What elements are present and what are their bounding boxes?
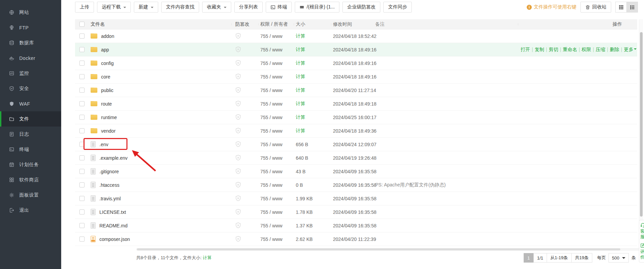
row-checkbox[interactable] [79, 155, 85, 160]
sidebar-item-database[interactable]: 数据库 [0, 35, 61, 50]
horizontal-scrollbar-thumb[interactable] [137, 248, 620, 250]
sidebar-item-terminal[interactable]: 终端 [0, 142, 61, 157]
upload-button[interactable]: 上传 [75, 2, 94, 13]
favorites-button[interactable]: 收藏夹 [202, 2, 231, 13]
tamper-shield-icon[interactable] [235, 73, 241, 80]
vertical-scrollbar-thumb[interactable] [640, 32, 643, 217]
tamper-shield-icon[interactable] [235, 100, 241, 107]
row-checkbox[interactable] [79, 33, 85, 39]
sidebar-item-logs[interactable]: 日志 [0, 127, 61, 142]
page-number-button[interactable]: 1 [524, 253, 534, 263]
row-checkbox[interactable] [79, 142, 85, 147]
table-row[interactable]: app755 / www计算2024/04/18 18:49:16打开|复制|剪… [75, 43, 637, 57]
tamper-shield-icon[interactable] [235, 209, 241, 215]
calc-size-link[interactable]: 计算 [296, 47, 305, 52]
sidebar-item-monitor[interactable]: 监控 [0, 66, 61, 81]
tamper-shield-icon[interactable] [235, 87, 241, 93]
tamper-shield-icon[interactable] [235, 168, 241, 175]
tamper-proof-button[interactable]: 企业级防篡改 [342, 2, 380, 13]
tamper-shield-icon[interactable] [235, 128, 241, 134]
recycle-bin-button[interactable]: 回收站 [580, 2, 611, 13]
action-5-link[interactable]: 权限 [582, 47, 591, 52]
share-list-button[interactable]: 分享列表 [234, 2, 263, 13]
tamper-shield-icon[interactable] [235, 33, 241, 39]
file-name-link[interactable]: addon [101, 33, 114, 39]
file-name-link[interactable]: .gitignore [99, 169, 119, 174]
calc-size-link[interactable]: 计算 [296, 33, 305, 39]
row-checkbox[interactable] [79, 223, 85, 228]
table-row[interactable]: .env755 / www656 B2024/04/24 12:09:07 [75, 138, 637, 151]
review-button[interactable]: 评价 [640, 243, 644, 260]
calc-size-link[interactable]: 计算 [296, 128, 305, 133]
table-row[interactable]: .htaccess755 / www0 B2024/04/09 16:35:58… [75, 178, 637, 192]
row-checkbox[interactable] [79, 196, 85, 201]
tamper-shield-icon[interactable] [235, 195, 241, 202]
sidebar-item-waf[interactable]: WAF [0, 96, 61, 111]
file-name-link[interactable]: LICENSE.txt [99, 209, 126, 215]
table-row[interactable]: runtime755 / www计算2024/04/25 16:00:17 [75, 111, 637, 124]
file-name-link[interactable]: runtime [101, 115, 117, 120]
tamper-shield-icon[interactable] [235, 155, 241, 161]
grid-view-button[interactable] [615, 2, 627, 13]
per-page-select[interactable]: 500 [609, 253, 629, 263]
file-name-link[interactable]: core [101, 74, 110, 80]
action-1-link[interactable]: 打开 [521, 47, 530, 52]
file-name-link[interactable]: config [101, 61, 114, 66]
action-4-link[interactable]: 重命名 [563, 47, 577, 52]
table-row[interactable]: addon755 / www计算2024/04/18 18:52:42 [75, 29, 637, 43]
file-name-link[interactable]: .example.env [99, 155, 127, 161]
row-checkbox[interactable] [79, 182, 85, 187]
table-row[interactable]: README.md755 / www1.37 KB2024/04/09 16:3… [75, 219, 637, 232]
table-row[interactable]: .travis.yml755 / www1.99 KB2024/04/09 16… [75, 192, 637, 205]
row-checkbox[interactable] [79, 88, 85, 93]
sidebar-item-cron[interactable]: 计划任务 [0, 157, 61, 172]
tamper-shield-icon[interactable] [235, 236, 241, 242]
file-name-link[interactable]: public [101, 88, 114, 93]
new-button[interactable]: 新建 [134, 2, 158, 13]
table-row[interactable]: vendor755 / www计算2024/04/18 18:49:36 [75, 124, 637, 138]
tamper-shield-icon[interactable] [235, 222, 241, 229]
sidebar-item-security[interactable]: 安全 [0, 81, 61, 96]
table-row[interactable]: public755 / www计算2024/04/20 11:27:14 [75, 84, 637, 97]
calc-size-link[interactable]: 计算 [296, 74, 305, 79]
action-2-link[interactable]: 复制 [535, 47, 544, 52]
vertical-scrollbar[interactable] [639, 19, 643, 252]
row-checkbox[interactable] [79, 169, 85, 174]
calc-size-link[interactable]: 计算 [296, 87, 305, 93]
sidebar-item-app-store[interactable]: 软件商店 [0, 172, 61, 187]
tamper-shield-icon[interactable] [235, 141, 241, 148]
sidebar-item-website[interactable]: 网站 [0, 5, 61, 20]
search-content-button[interactable]: 文件内容查找 [161, 2, 199, 13]
customer-service-button[interactable]: 客服 [640, 223, 644, 240]
table-row[interactable]: LICENSE.txt755 / www1.78 KB2024/04/09 16… [75, 205, 637, 219]
file-sync-button[interactable]: 文件同步 [383, 2, 412, 13]
path-select-button[interactable]: /(根目录) (1... [295, 2, 339, 13]
row-checkbox[interactable] [79, 115, 85, 120]
table-row[interactable]: core755 / www计算2024/04/18 18:49:16 [75, 70, 637, 84]
tamper-shield-icon[interactable] [235, 114, 241, 120]
file-name-link[interactable]: vendor [101, 128, 116, 134]
sidebar-item-docker[interactable]: Docker [0, 50, 61, 66]
row-checkbox[interactable] [79, 61, 85, 66]
file-name-link[interactable]: .htaccess [99, 182, 119, 188]
calc-size-link[interactable]: 计算 [296, 114, 305, 120]
row-checkbox[interactable] [79, 47, 85, 52]
sidebar-item-ftp[interactable]: FTP [0, 20, 61, 35]
row-checkbox[interactable] [79, 209, 85, 215]
file-name-link[interactable]: README.md [99, 223, 127, 228]
tamper-shield-icon[interactable] [235, 182, 241, 188]
action-6-link[interactable]: 压缩 [596, 47, 605, 52]
horizontal-scrollbar[interactable] [136, 248, 644, 251]
select-all-checkbox[interactable] [79, 22, 85, 27]
file-name-link[interactable]: composer.json [99, 237, 130, 242]
table-row[interactable]: .example.env755 / www640 B2024/04/19 19:… [75, 151, 637, 165]
tamper-shield-icon[interactable] [235, 46, 241, 53]
terminal-button[interactable]: 终端 [266, 2, 292, 13]
table-row[interactable]: .gitignore755 / www43 B2024/04/09 16:35:… [75, 165, 637, 178]
sidebar-item-logout[interactable]: 退出 [0, 203, 61, 218]
remote-download-button[interactable]: 远程下载 [97, 2, 131, 13]
row-checkbox[interactable] [79, 74, 85, 79]
table-row[interactable]: config755 / www计算2024/04/18 18:49:16 [75, 57, 637, 70]
calc-size-link[interactable]: 计算 [203, 255, 212, 260]
action-3-link[interactable]: 剪切 [549, 47, 558, 52]
